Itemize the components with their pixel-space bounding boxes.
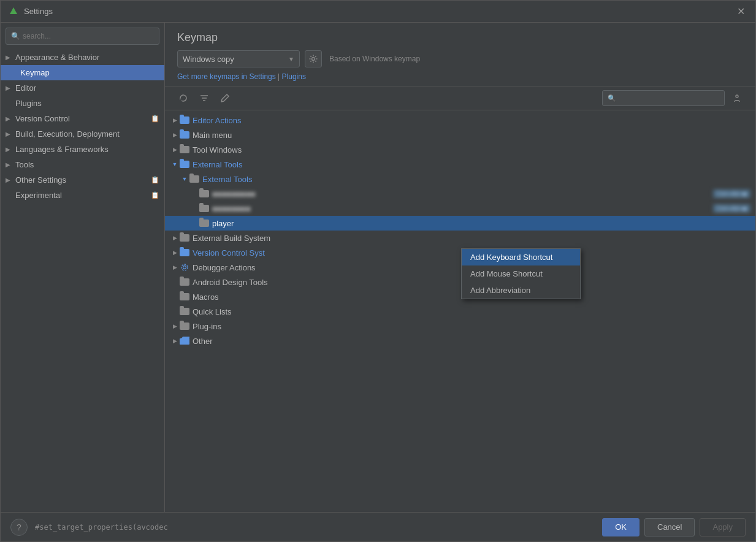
expand-blurred-2 (189, 204, 199, 213)
folder-icon-player (199, 219, 209, 227)
colored-folder-icon-other (180, 337, 189, 345)
tree-label-blurred-2: ■■■■■■■■ (212, 204, 713, 213)
sidebar-item-tools[interactable]: ▶ Tools (1, 157, 164, 172)
folder-icon-external-tools-parent (180, 161, 189, 168)
keymap-dropdown-text: Windows copy (183, 55, 288, 64)
tree-item-main-menu[interactable]: ▶ Main menu (165, 128, 755, 142)
shortcut-badge-1: Ctrl+Alt+■ (713, 189, 750, 198)
sidebar-search-input[interactable] (23, 32, 154, 40)
expand-icon-tools: ▶ (6, 161, 10, 168)
tree-label-external-tools-parent: External Tools (193, 160, 750, 169)
svg-point-6 (183, 266, 186, 269)
tree-item-vc-syst[interactable]: ▶ Version Control Syst (165, 245, 755, 260)
tree-item-blurred-2[interactable]: ■■■■■■■■ Ctrl+Alt+■ (165, 201, 755, 216)
toolbar-search-container[interactable]: 🔍 (602, 90, 725, 106)
human-filter-button[interactable] (728, 91, 746, 105)
plugins-link[interactable]: Plugins (282, 72, 306, 81)
expand-external-tools-parent: ▼ (170, 159, 180, 169)
apply-button[interactable]: Apply (700, 518, 746, 536)
keymap-dropdown[interactable]: Windows copy ▼ (177, 50, 300, 67)
keymap-selector-row: Windows copy ▼ Based on Windows keymap (177, 50, 743, 67)
tree-item-external-tools-child[interactable]: ▼ External Tools (165, 172, 755, 186)
tree-container: ▶ Editor Actions ▶ Main menu ▶ To (165, 110, 755, 351)
expand-debugger: ▶ (170, 262, 180, 272)
tree-item-tool-windows[interactable]: ▶ Tool Windows (165, 142, 755, 157)
tree-item-plug-ins[interactable]: ▶ Plug-ins (165, 319, 755, 334)
expand-tool-windows: ▶ (170, 145, 180, 155)
folder-icon-external-build (180, 234, 189, 242)
tree-item-player[interactable]: player (165, 216, 755, 231)
titlebar: Settings ✕ (1, 1, 755, 23)
keymap-toolbar: 🔍 (165, 86, 755, 110)
tree-item-external-tools-parent[interactable]: ▼ External Tools (165, 157, 755, 172)
folder-icon-tool-windows (180, 146, 189, 153)
close-button[interactable]: ✕ (733, 4, 748, 19)
app-icon (8, 6, 19, 17)
ok-button[interactable]: OK (602, 518, 640, 536)
tree-item-editor-actions[interactable]: ▶ Editor Actions (165, 113, 755, 128)
expand-icon-vc: ▶ (6, 115, 10, 122)
expand-editor-actions: ▶ (170, 115, 180, 125)
tree-item-macros[interactable]: Macros (165, 289, 755, 304)
sidebar-item-keymap[interactable]: Keymap (1, 65, 164, 80)
tree-label-plug-ins: Plug-ins (193, 322, 750, 331)
folder-icon-quick-lists (180, 308, 189, 315)
context-menu-item-add-keyboard[interactable]: Add Keyboard Shortcut (462, 249, 580, 265)
sidebar-item-appearance[interactable]: ▶ Appearance & Behavior (1, 50, 164, 65)
tree-item-quick-lists[interactable]: Quick Lists (165, 304, 755, 319)
filter-button[interactable] (196, 91, 213, 105)
tree-label-player: player (212, 219, 750, 228)
sidebar-item-version-control[interactable]: ▶ Version Control 📋 (1, 111, 164, 126)
window-title: Settings (24, 7, 53, 16)
tree-item-other[interactable]: ▶ Other (165, 334, 755, 348)
sidebar: 🔍 ▶ Appearance & Behavior Keymap ▶ Edito… (1, 23, 165, 512)
main-content: 🔍 ▶ Appearance & Behavior Keymap ▶ Edito… (1, 23, 755, 512)
context-menu-item-add-mouse[interactable]: Add Mouse Shortcut (462, 265, 580, 282)
tree-item-external-build[interactable]: ▶ External Build System (165, 231, 755, 245)
sidebar-item-editor[interactable]: ▶ Editor (1, 80, 164, 96)
expand-external-tools-child: ▼ (180, 174, 189, 184)
tree-item-blurred-1[interactable]: ■■■■■■■■■ Ctrl+Alt+■ (165, 186, 755, 201)
get-more-keymaps-link[interactable]: Get more keymaps in Settings (177, 72, 276, 81)
toolbar-search-input[interactable] (619, 94, 719, 102)
toolbar-search-icon: 🔍 (608, 94, 616, 102)
sidebar-search-container[interactable]: 🔍 (6, 28, 159, 45)
cancel-button[interactable]: Cancel (644, 518, 695, 536)
gear-icon-debugger (180, 263, 189, 272)
sidebar-item-languages[interactable]: ▶ Languages & Frameworks (1, 142, 164, 157)
sidebar-item-label-keymap: Keymap (20, 68, 50, 77)
restore-defaults-button[interactable] (175, 91, 192, 105)
folder-icon-blurred-1 (199, 190, 209, 197)
expand-other: ▶ (170, 336, 180, 346)
shortcut-badge-2: Ctrl+Alt+■ (713, 204, 750, 213)
tree-wrapper: ▶ Editor Actions ▶ Main menu ▶ To (165, 110, 755, 512)
sidebar-item-build[interactable]: ▶ Build, Execution, Deployment (1, 126, 164, 142)
folder-icon-editor-actions (180, 116, 189, 124)
tree-label-editor-actions: Editor Actions (193, 116, 750, 125)
tree-item-android-design[interactable]: Android Design Tools (165, 275, 755, 289)
expand-main-menu: ▶ (170, 130, 180, 140)
tree-label-quick-lists: Quick Lists (193, 307, 750, 316)
expand-android-design (170, 277, 180, 287)
expand-icon-other: ▶ (6, 177, 10, 183)
tree-item-debugger[interactable]: ▶ Debugger Actions (165, 260, 755, 275)
svg-point-5 (736, 95, 738, 97)
help-button[interactable]: ? (10, 519, 28, 536)
folder-icon-android-design (180, 278, 189, 286)
sidebar-item-other-settings[interactable]: ▶ Other Settings 📋 (1, 172, 164, 188)
tree-label-external-tools-child: External Tools (202, 175, 750, 184)
expand-player (189, 218, 199, 228)
sidebar-item-plugins[interactable]: Plugins (1, 96, 164, 111)
svg-point-7 (181, 264, 188, 270)
sidebar-item-label-languages: Languages & Frameworks (15, 145, 109, 154)
folder-icon-vc-syst (180, 249, 189, 256)
edit-button[interactable] (216, 91, 234, 105)
expand-macros (170, 292, 180, 302)
tree-label-tool-windows: Tool Windows (193, 145, 750, 155)
keymap-gear-button[interactable] (305, 50, 322, 67)
context-menu-item-add-abbreviation[interactable]: Add Abbreviation (462, 282, 580, 299)
expand-blurred-1 (189, 189, 199, 199)
folder-icon-plug-ins (180, 323, 189, 330)
folder-icon-external-tools-child (189, 175, 199, 183)
sidebar-item-experimental[interactable]: Experimental 📋 (1, 188, 164, 203)
